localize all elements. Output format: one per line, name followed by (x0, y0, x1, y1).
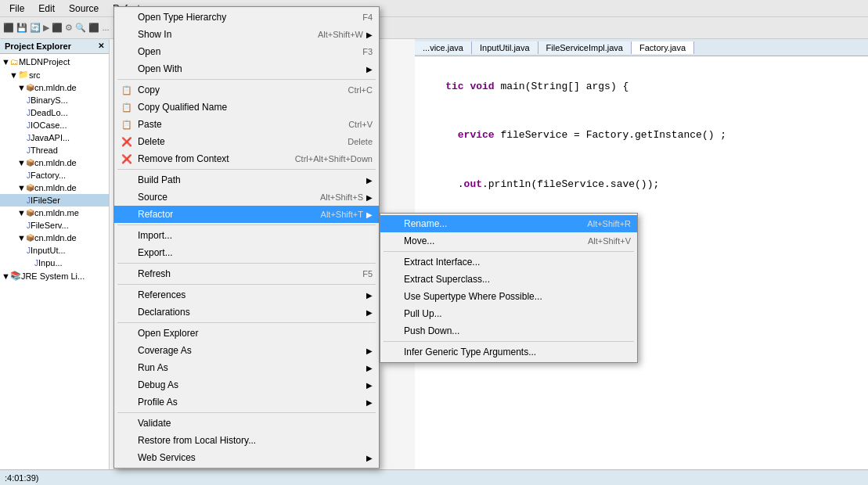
tree-pkg4[interactable]: ▼ 📦 cn.mldn.me (0, 207, 109, 219)
ctx-use-supertype[interactable]: Use Supertype Where Possible... (380, 288, 637, 305)
copy-qualified-icon: 📋 (121, 101, 133, 113)
ctx-declarations[interactable]: Declarations ▶ (114, 304, 379, 321)
ctx-copy[interactable]: 📋 Copy Ctrl+C (114, 81, 379, 99)
ctx-label: Use Supertype Where Possible... (404, 291, 542, 302)
menu-file[interactable]: File (3, 2, 31, 16)
tree-pkg2[interactable]: ▼ 📦 cn.mldn.de (0, 156, 109, 169)
ctx-open-with[interactable]: Open With ▶ (114, 60, 379, 77)
ctx-run-as[interactable]: Run As ▶ (114, 359, 379, 376)
ctx-label: Open With (138, 63, 182, 74)
submenu-arrow: ▶ (366, 65, 373, 74)
ctx-shortcut: Alt+Shift+T (321, 210, 363, 219)
ctx-label: References (138, 289, 185, 300)
tree-indent: ▼ (0, 70, 18, 80)
restore-icon (121, 434, 133, 447)
run-icon (121, 361, 133, 374)
ctx-export[interactable]: Export... (114, 244, 379, 261)
pull-up-icon (387, 307, 399, 320)
ctx-extract-interface[interactable]: Extract Interface... (380, 253, 637, 271)
ctx-delete[interactable]: ❌ Delete Delete (114, 133, 379, 150)
ctx-sep-2 (117, 169, 376, 170)
ctx-coverage-as[interactable]: Coverage As ▶ (114, 342, 379, 359)
ctx-copy-qualified-name[interactable]: 📋 Copy Qualified Name (114, 99, 379, 116)
copy-icon: 📋 (121, 84, 133, 96)
submenu-arrow: ▶ (366, 291, 373, 300)
ctx-shortcut: Alt+Shift+W (318, 30, 363, 39)
tree-binarys[interactable]: J BinaryS... (0, 94, 109, 106)
ctx-refactor[interactable]: Refactor Alt+Shift+T ▶ (114, 206, 379, 223)
ctx-web-services[interactable]: Web Services ▶ (114, 449, 379, 466)
tree-deadlo[interactable]: J DeadLo... (0, 106, 109, 119)
type-hierarchy-icon (121, 11, 133, 23)
ctx-rename[interactable]: Rename... Alt+Shift+R (380, 215, 637, 232)
tree-pkg5[interactable]: ▼ 📦 cn.mldn.de (0, 232, 109, 244)
ctx-label: Restore from Local History... (138, 435, 256, 446)
tree-factory[interactable]: J Factory... (0, 169, 109, 181)
ctx-refresh[interactable]: Refresh F5 (114, 265, 379, 282)
ctx-remove-from-context[interactable]: ❌ Remove from Context Ctrl+Alt+Shift+Dow… (114, 150, 379, 167)
tree-indent: ▼ (0, 83, 26, 92)
ctx-infer-generic[interactable]: Infer Generic Type Arguments... (380, 343, 637, 361)
ctx-sep-7 (117, 412, 376, 413)
tree-indent: ▼ (0, 233, 26, 242)
tab-service-java[interactable]: ...vice.java (415, 41, 472, 54)
tree-mldnproject[interactable]: ▼ 🗂 MLDNProject (0, 56, 109, 68)
tree-inputut[interactable]: J InputUt... (0, 244, 109, 257)
tree-inpu[interactable]: J Inpu... (0, 257, 109, 269)
ctx-push-down[interactable]: Push Down... (380, 322, 637, 340)
ctx-sep-3 (117, 225, 376, 225)
ctx-restore-history[interactable]: Restore from Local History... (114, 432, 379, 449)
paste-icon: 📋 (121, 118, 133, 131)
ctx-source[interactable]: Source Alt+Shift+S ▶ (114, 189, 379, 206)
tree-jre[interactable]: ▼ 📚 JRE System Li... (0, 269, 109, 282)
ctx-open-type-hierarchy[interactable]: Open Type Hierarchy F4 (114, 9, 379, 26)
tree-ifileser[interactable]: J IFileSer (0, 194, 109, 207)
code-line-3: .out.println(fileService.save()); (421, 160, 862, 209)
ctx-import[interactable]: Import... (114, 227, 379, 244)
ctx-build-path[interactable]: Build Path ▶ (114, 171, 379, 189)
submenu-arrow: ▶ (366, 31, 373, 39)
submenu-arrow: ▶ (366, 381, 373, 390)
ctx-label: Open (138, 46, 160, 57)
tree-label: InputUt... (31, 246, 66, 255)
refactor-submenu: Rename... Alt+Shift+R Move... Alt+Shift+… (380, 213, 638, 363)
ctx-debug-as[interactable]: Debug As ▶ (114, 376, 379, 393)
ctx-pull-up[interactable]: Pull Up... (380, 305, 637, 322)
ctx-shortcut: F5 (362, 269, 373, 278)
extract-interface-icon (387, 256, 399, 268)
tab-factory[interactable]: Factory.java (632, 41, 694, 54)
tab-fileserviceimpl[interactable]: FileServiceImpl.java (538, 41, 632, 54)
tree-fileserv[interactable]: J FileServ... (0, 219, 109, 232)
ctx-move[interactable]: Move... Alt+Shift+V (380, 232, 637, 250)
tree-javaapi[interactable]: J JavaAPI... (0, 131, 109, 144)
tree-pkg3[interactable]: ▼ 📦 cn.mldn.de (0, 181, 109, 194)
tree-thread[interactable]: J Thread (0, 144, 109, 156)
ctx-label: Refresh (138, 268, 171, 279)
ctx-references[interactable]: References ▶ (114, 286, 379, 304)
ctx-validate[interactable]: Validate (114, 415, 379, 432)
project-icon: 🗂 (10, 57, 19, 66)
package-icon: 📦 (26, 184, 34, 192)
tree-src[interactable]: ▼ 📁 src (0, 68, 109, 81)
profile-icon (121, 396, 133, 408)
ctx-shortcut: Ctrl+Alt+Shift+Down (295, 154, 373, 163)
ctx-extract-superclass[interactable]: Extract Superclass... (380, 271, 637, 288)
ctx-open-explorer[interactable]: Open Explorer (114, 325, 379, 342)
ctx-open[interactable]: Open F3 (114, 43, 379, 60)
menu-source[interactable]: Source (63, 2, 105, 16)
ctx-paste[interactable]: 📋 Paste Ctrl+V (114, 116, 379, 133)
tree-pkg1[interactable]: ▼ 📦 cn.mldn.de (0, 81, 109, 94)
ctx-show-in[interactable]: Show In Alt+Shift+W ▶ (114, 26, 379, 43)
move-icon (387, 235, 399, 247)
tree-label: cn.mldn.me (34, 208, 79, 217)
tab-inpututil[interactable]: InputUtil.java (472, 41, 538, 54)
toolbar-icons: ⬛ 💾 🔄 ▶ ⬛ ⚙ 🔍 ⬛ ... (3, 23, 110, 33)
panel-controls[interactable]: ✕ (98, 41, 104, 50)
ctx-sep-1 (117, 79, 376, 80)
submenu-arrow: ▶ (366, 210, 373, 219)
ctx-label: Extract Interface... (404, 257, 480, 268)
tree-iocase[interactable]: J IOCase... (0, 119, 109, 131)
ctx-profile-as[interactable]: Profile As ▶ (114, 393, 379, 411)
menu-edit[interactable]: Edit (32, 2, 61, 16)
ctx-label: Open Explorer (138, 328, 198, 339)
